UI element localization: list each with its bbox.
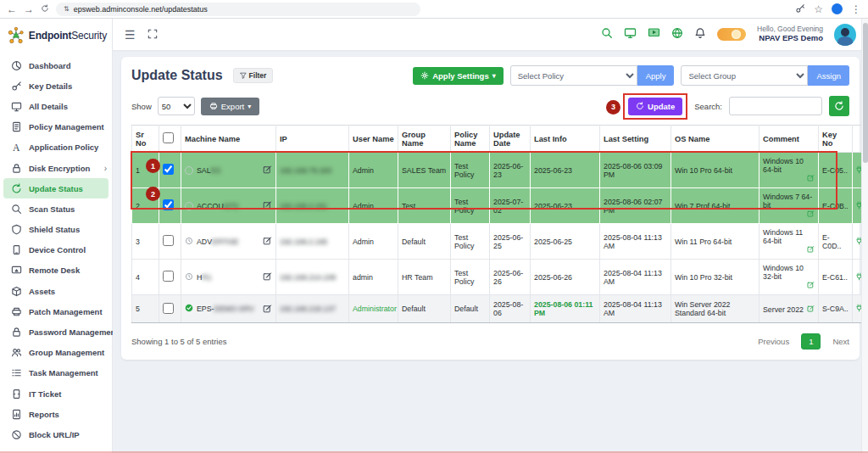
show-label: Show [131, 102, 152, 111]
select-group-dropdown[interactable]: Select Group [681, 65, 808, 86]
browser-menu-icon[interactable]: ⋮ [851, 4, 861, 14]
edit-comment-icon[interactable] [807, 174, 815, 183]
update-button[interactable]: Update [628, 98, 682, 115]
edit-comment-icon[interactable] [807, 281, 815, 290]
sidebar-item-dashboard[interactable]: Dashboard [0, 55, 112, 76]
sidebar-item-scan-status[interactable]: Scan Status [0, 199, 112, 219]
printer-icon [209, 102, 218, 110]
edit-comment-icon[interactable] [807, 305, 815, 314]
export-button[interactable]: Export ▾ [201, 98, 259, 115]
report-icon [11, 409, 22, 420]
row-checkbox[interactable] [163, 235, 174, 246]
window-scrollbar[interactable] [861, 19, 868, 453]
current-page-button[interactable]: 1 [801, 333, 821, 350]
row-checkbox[interactable] [163, 271, 174, 282]
sidebar-item-update-status[interactable]: Update Status [3, 178, 108, 199]
cell-last-info: 2025-08-06 01:11 PM [531, 295, 600, 323]
sidebar-item-shield-status[interactable]: Shield Status [0, 220, 112, 240]
next-page-button[interactable]: Next [832, 337, 849, 346]
cell-ip: 192.168.218.137 [280, 305, 336, 313]
sidebar-item-password-management[interactable]: Password Management [0, 322, 112, 342]
patch-icon [11, 306, 22, 317]
apply-settings-button[interactable]: Apply Settings ▾ [413, 67, 504, 85]
site-settings-icon[interactable]: ⇅ [64, 5, 70, 13]
caret-down-icon: ▾ [248, 103, 251, 110]
browser-profile-icon[interactable] [832, 3, 843, 14]
apply-policy-button[interactable]: Apply [637, 65, 675, 86]
cell-user: Admin [349, 188, 398, 224]
status-pending-icon [185, 237, 193, 247]
edit-icon[interactable] [263, 236, 272, 247]
reload-icon[interactable] [41, 4, 49, 14]
sidebar-item-block-url-ip[interactable]: Block URL/IP [0, 424, 112, 445]
navbar-screen-share-icon[interactable] [648, 27, 660, 42]
sidebar-item-application-policy[interactable]: A Application Policy [0, 137, 112, 158]
sidebar-item-disk-encryption[interactable]: Disk Encryption › [0, 158, 112, 178]
cell-last-info: 2025-06-23 [531, 153, 600, 188]
edit-comment-icon[interactable] [807, 245, 815, 254]
theme-toggle[interactable] [717, 28, 746, 41]
sidebar-item-assets[interactable]: Assets [0, 281, 112, 301]
forward-icon[interactable]: → [24, 4, 34, 14]
brand-name: EndpointSecurity [29, 30, 107, 42]
cell-last-setting: 2025-08-06 03:09 PM [600, 153, 671, 188]
header-ip: IP [276, 126, 349, 153]
assign-group-button[interactable]: Assign [808, 65, 849, 86]
sidebar-item-patch-management[interactable]: Patch Management [0, 301, 112, 322]
sidebar-item-device-control[interactable]: Device Control [0, 240, 112, 260]
edit-comment-icon[interactable] [807, 210, 815, 219]
cell-group: Default [398, 295, 451, 323]
edit-icon[interactable] [263, 200, 272, 211]
sidebar-item-remote-desk[interactable]: Remote Desk [0, 260, 112, 281]
scrollbar-thumb[interactable] [863, 23, 868, 163]
cell-ip: 192.168.2.151 [280, 202, 327, 210]
navbar-monitor-icon[interactable] [624, 27, 637, 42]
navbar-globe-icon[interactable] [671, 27, 683, 42]
header-user-name: User Name [349, 126, 398, 153]
header-checkbox [159, 126, 181, 153]
sidebar-item-policy-management[interactable]: Policy Management [0, 117, 112, 137]
row-checkbox[interactable] [163, 164, 174, 175]
sidebar-item-it-ticket[interactable]: IT Ticket [0, 383, 112, 404]
sidebar-item-group-management[interactable]: Group Management [0, 343, 112, 363]
cell-last-setting: 2025-08-04 11:13 AM [600, 260, 671, 295]
password-key-icon[interactable] [795, 2, 805, 17]
user-avatar[interactable] [834, 24, 856, 46]
sidebar-item-task-management[interactable]: Task Management [0, 363, 112, 383]
select-policy-dropdown[interactable]: Select Policy [510, 65, 637, 86]
cell-group: Test [398, 188, 451, 224]
navbar-search-icon[interactable] [601, 27, 613, 42]
row-checkbox[interactable] [163, 199, 174, 210]
refresh-table-button[interactable] [829, 96, 849, 116]
browser-chrome: ← → ⇅ epsweb.adminconsole.net/updatestat… [0, 0, 868, 19]
page-size-select[interactable]: 50 [158, 97, 195, 115]
edit-icon[interactable] [263, 304, 272, 315]
sidebar-item-reports[interactable]: Reports [0, 404, 112, 424]
cell-ip: 192.168.2.165 [280, 238, 327, 246]
filter-button[interactable]: Filter [233, 68, 274, 83]
status-idle-icon [185, 202, 193, 210]
cell-policy: Test Policy [451, 188, 490, 224]
row-checkbox[interactable] [163, 303, 174, 314]
sidebar-item-all-details[interactable]: All Details [0, 96, 112, 116]
cell-group: Default [398, 224, 451, 260]
fullscreen-icon[interactable] [147, 27, 158, 42]
dashboard-icon [11, 60, 22, 71]
address-bar[interactable]: ⇅ epsweb.adminconsole.net/updatestatus [56, 3, 420, 16]
back-icon[interactable]: ← [7, 4, 17, 14]
table-row: 1 SALES 192.168.79.183 Admin SALES Team … [132, 153, 866, 188]
pagination: Previous 1 Next [758, 333, 849, 350]
bookmark-star-icon[interactable]: ☆ [814, 4, 823, 14]
edit-icon[interactable] [263, 165, 272, 176]
header-update-date: Update Date [490, 126, 531, 153]
hamburger-menu-icon[interactable]: ☰ [125, 29, 136, 41]
previous-page-button[interactable]: Previous [758, 337, 789, 346]
edit-icon[interactable] [263, 271, 272, 282]
cell-key: E-C05.. [819, 153, 853, 188]
refresh-icon [11, 183, 22, 194]
select-all-checkbox[interactable] [163, 132, 174, 143]
cell-policy: Test Policy [451, 153, 490, 188]
sidebar-item-key-details[interactable]: Key Details [0, 76, 112, 96]
search-input[interactable] [729, 97, 822, 115]
notification-bell-icon[interactable] [694, 27, 706, 42]
